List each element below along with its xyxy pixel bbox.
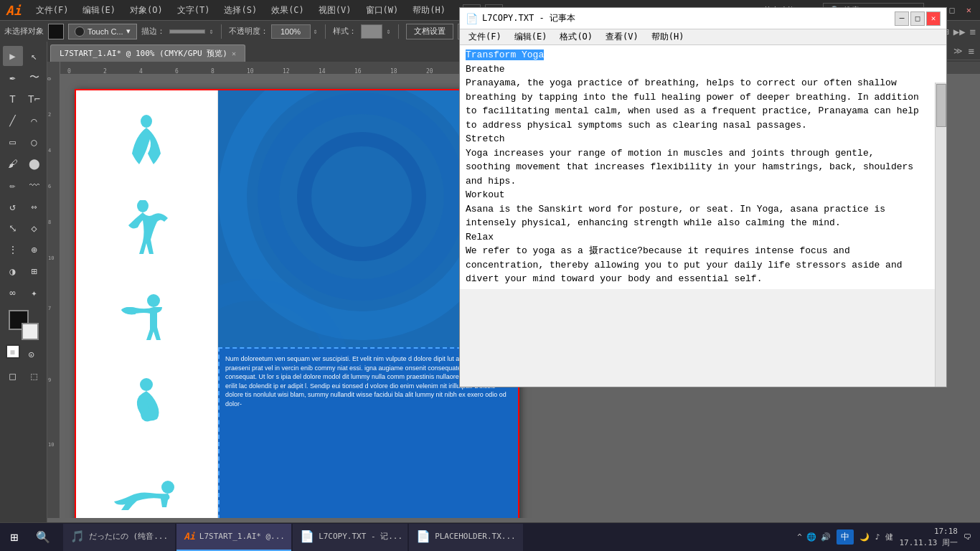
gradient-tool[interactable]: ◑ — [3, 261, 23, 281]
notepad-scrollbar[interactable] — [935, 83, 946, 387]
panel-menu-icon[interactable]: ≡ — [969, 45, 974, 57]
menu-toggle-btn[interactable]: ≡ — [970, 26, 976, 37]
menu-help[interactable]: 帮助(H) — [407, 3, 451, 18]
svg-point-6 — [268, 103, 455, 290]
stroke-arrows[interactable]: ⇕ — [209, 27, 214, 35]
maximize-btn[interactable]: □ — [947, 4, 958, 17]
pencil-tool[interactable]: ✏ — [3, 175, 23, 195]
panel-expand-arrows[interactable]: ≫ — [953, 46, 963, 56]
notepad-window: 📄 L7COPY.TXT - 记事本 ─ □ ✕ 文件(F) 编辑(E) 格式(… — [459, 7, 947, 387]
scale-tool[interactable]: ⤡ — [3, 218, 23, 238]
np-menu-help[interactable]: 帮助(H) — [646, 29, 690, 44]
svg-point-0 — [141, 115, 152, 128]
selection-tool[interactable]: ▶ — [3, 46, 23, 66]
menu-file[interactable]: 文件(F) — [30, 3, 75, 18]
menu-select[interactable]: 选择(S) — [218, 3, 263, 18]
notepad-maximize-btn[interactable]: □ — [910, 11, 925, 26]
style-arrows[interactable]: ⇕ — [387, 27, 391, 35]
smooth-tool[interactable]: 〰 — [24, 175, 44, 195]
menu-edit[interactable]: 编辑(E) — [77, 3, 121, 18]
draw-normal-btn[interactable]: □ — [3, 366, 23, 386]
direct-selection-tool[interactable]: ↖ — [24, 46, 44, 66]
artboard-left-panel — [75, 89, 218, 518]
pencil-tool-group: ✏ 〰 — [3, 175, 44, 195]
artboard: Num doloreetum ven sequam ver suscipisti… — [75, 89, 519, 518]
system-clock[interactable]: 17:18 17.11.13 周一 — [899, 526, 958, 548]
style-swatch[interactable] — [361, 24, 382, 39]
draw-mode-group: □ ⬚ — [3, 366, 44, 386]
notification-btn[interactable]: 🗨 — [963, 532, 971, 542]
paintbrush-tool-group: 🖌 ⬤ — [3, 154, 44, 174]
line-tool[interactable]: ╱ — [3, 110, 23, 131]
warp-tool[interactable]: ⋮ — [3, 240, 23, 260]
menu-text[interactable]: 文字(T) — [171, 3, 216, 18]
yoga-figure-5 — [103, 455, 189, 518]
opacity-arrows[interactable]: ⇕ — [314, 27, 318, 35]
opacity-input[interactable] — [271, 24, 311, 39]
curvature-tool[interactable]: 〜 — [24, 67, 44, 88]
puppet-warp-tool[interactable]: ⊕ — [24, 240, 44, 260]
selection-tool-group: ▶ ↖ — [3, 46, 44, 66]
pen-tool[interactable]: ✒ — [3, 67, 23, 88]
ellipse-tool[interactable]: ○ — [24, 132, 44, 152]
paintbrush-tool[interactable]: 🖌 — [3, 154, 23, 174]
notepad-scroll-thumb[interactable] — [936, 84, 946, 127]
svg-point-4 — [161, 481, 174, 494]
notepad-text-content[interactable]: Transform Yoga Breathe Pranayama, the yo… — [460, 45, 946, 289]
menu-object[interactable]: 对象(O) — [124, 3, 169, 18]
draw-behind-btn[interactable]: ⬚ — [24, 366, 44, 386]
menu-view[interactable]: 视图(V) — [313, 3, 357, 18]
notepad-minimize-btn[interactable]: ─ — [895, 11, 909, 26]
fill-color-swatch[interactable] — [48, 24, 64, 39]
tray-volume-icon[interactable]: 🔊 — [821, 532, 831, 542]
color-mode-btn[interactable]: ■ — [6, 344, 20, 359]
np-menu-view[interactable]: 查看(V) — [600, 29, 644, 44]
taskbar-item-notepad-placeholder[interactable]: 📄 PLACEHOLDER.TX... — [409, 524, 523, 551]
blend-tool[interactable]: ∞ — [3, 283, 23, 303]
brush-selector[interactable]: Touch C... ▾ — [68, 24, 137, 39]
blend-tool-group: ∞ ✦ — [3, 283, 44, 303]
taskbar-item-illustrator[interactable]: Ai L7START_1.AI* @... — [176, 524, 291, 551]
taskbar-item-music[interactable]: 🎵 だったにの (纯音... — [63, 524, 175, 551]
keyboard-health-icon: 健 — [885, 532, 893, 542]
shape-tool-group: ▭ ○ — [3, 132, 44, 152]
doc-settings-button[interactable]: 文档设置 — [406, 24, 453, 39]
np-menu-edit[interactable]: 编辑(E) — [509, 29, 553, 44]
shear-tool[interactable]: ◇ — [24, 218, 44, 238]
tray-arrow-icon[interactable]: ^ — [797, 532, 802, 542]
color-tool-group — [9, 310, 39, 340]
start-button[interactable]: ⊞ — [0, 523, 29, 552]
mesh-tool[interactable]: ⊞ — [24, 261, 44, 281]
tray-icons-group: ^ 🌐 🔊 — [797, 532, 831, 542]
notepad-close-btn[interactable]: ✕ — [926, 11, 941, 26]
eyedropper-tool[interactable]: ✦ — [24, 283, 44, 303]
vertical-ruler: 0 2 4 6 8 10 7 9 10 — [47, 62, 60, 518]
view-mode-group: ■ ⊙ — [6, 344, 42, 364]
view-mode-btn[interactable]: ⊙ — [22, 344, 42, 364]
document-tab[interactable]: L7START_1.AI* @ 100% (CMYK/GPU 预览) ✕ — [50, 44, 245, 62]
np-menu-format[interactable]: 格式(O) — [554, 29, 598, 44]
taskbar-search-button[interactable]: 🔍 — [29, 523, 57, 552]
stroke-weight-input[interactable] — [169, 29, 205, 34]
reflect-tool[interactable]: ⇔ — [24, 197, 44, 217]
type-area-tool[interactable]: T⌐ — [24, 89, 44, 109]
menu-effect[interactable]: 效果(C) — [265, 3, 310, 18]
background-color[interactable] — [22, 323, 39, 340]
np-menu-file[interactable]: 文件(F) — [463, 29, 507, 44]
tab-close-icon[interactable]: ✕ — [232, 50, 236, 57]
panel-toggle-btn[interactable]: ▶▶ — [953, 26, 966, 37]
notepad-app-icon: 📄 — [466, 13, 478, 24]
taskbar-item-notepad-l7[interactable]: 📄 L7COPY.TXT - 记... — [293, 524, 407, 551]
close-btn[interactable]: ✕ — [963, 4, 974, 17]
type-tool[interactable]: T — [3, 89, 23, 109]
ime-mode-indicator[interactable]: 中 — [837, 529, 854, 545]
style-label: 样式： — [333, 26, 357, 37]
notepad-menubar: 文件(F) 编辑(E) 格式(O) 查看(V) 帮助(H) — [460, 29, 946, 45]
rectangle-tool[interactable]: ▭ — [3, 132, 23, 152]
brush-dropdown-icon: ▾ — [126, 27, 131, 36]
arc-tool[interactable]: ⌒ — [24, 110, 44, 131]
rotate-tool[interactable]: ↺ — [3, 197, 23, 217]
menu-window[interactable]: 窗口(W) — [360, 3, 405, 18]
blob-brush-tool[interactable]: ⬤ — [24, 154, 44, 174]
tray-network-icon[interactable]: 🌐 — [806, 532, 816, 542]
